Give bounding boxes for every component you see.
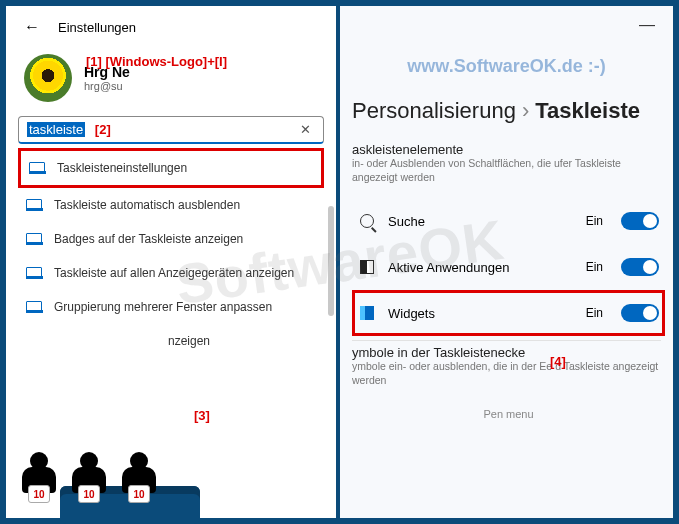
annotation-4: [4] (550, 354, 566, 369)
section-title: ymbole in der Taskleistenecke (352, 345, 661, 360)
annotation-2: [2] (95, 122, 111, 137)
breadcrumb-parent[interactable]: Personalisierung (352, 98, 516, 123)
search-icon (358, 212, 376, 230)
toggle-label: Suche (388, 214, 574, 229)
toggle-switch[interactable] (621, 304, 659, 322)
toggle-state: Ein (586, 260, 603, 274)
section-corner-icons: ymbole in der Taskleistenecke ymbole ein… (340, 345, 673, 393)
section-desc: in- oder Ausblenden von Schaltflächen, d… (352, 157, 661, 184)
result-label: Gruppierung mehrerer Fenster anpassen (54, 300, 272, 314)
watermark-url: www.SoftwareOK.de :-) (407, 56, 605, 77)
result-badges[interactable]: Badges auf der Taskleiste anzeigen (18, 222, 324, 256)
scrollbar[interactable] (328, 206, 334, 316)
breadcrumb-current: Taskleiste (535, 98, 640, 123)
apps-icon (358, 258, 376, 276)
clear-icon[interactable]: ✕ (296, 122, 315, 137)
annotation-3: [3] (194, 408, 210, 423)
profile-email: hrg@su (84, 80, 130, 92)
back-arrow-icon[interactable]: ← (24, 18, 40, 36)
toggle-switch[interactable] (621, 258, 659, 276)
toggle-label: Widgets (388, 306, 574, 321)
search-results: Taskleisteneinstellungen [3] Taskleiste … (6, 148, 336, 358)
settings-main: — www.SoftwareOK.de :-) Personalisierung… (340, 6, 673, 518)
taskbar-icon (26, 301, 42, 313)
toggle-row-pen: Pen menu (352, 402, 665, 420)
annotation-1: [1] [Windows-Logo]+[I] (86, 54, 227, 69)
minimize-icon[interactable]: — (639, 16, 655, 34)
toggle-state: Ein (586, 214, 603, 228)
result-label: nzeigen (168, 334, 210, 348)
result-auto-hide[interactable]: Taskleiste automatisch ausblenden (18, 188, 324, 222)
result-label: Taskleiste automatisch ausblenden (54, 198, 240, 212)
section-title: askleistenelemente (352, 142, 661, 157)
search-input[interactable]: taskleiste [2] ✕ (18, 116, 324, 144)
taskbar-icon (26, 199, 42, 211)
toggle-label: Pen menu (358, 408, 659, 420)
toggle-switch[interactable] (621, 212, 659, 230)
taskbar-icon (26, 233, 42, 245)
result-taskleisteneinstellungen[interactable]: Taskleisteneinstellungen (18, 148, 324, 188)
settings-sidebar: ← Einstellungen [1] [Windows-Logo]+[I] H… (6, 6, 336, 518)
result-label: Badges auf der Taskleiste anzeigen (54, 232, 243, 246)
result-partial[interactable]: nzeigen (18, 324, 324, 358)
toggle-state: Ein (586, 306, 603, 320)
toggle-row-widgets: Widgets Ein (352, 290, 665, 336)
result-all-displays[interactable]: Taskleiste auf allen Anzeigegeräten anze… (18, 256, 324, 290)
breadcrumb: Personalisierung›Taskleiste (340, 20, 673, 142)
mascot-figures: 10 10 10 (14, 452, 164, 522)
avatar (24, 54, 72, 102)
result-label: Taskleisteneinstellungen (57, 161, 187, 175)
taskbar-icon (29, 162, 45, 174)
widgets-icon (358, 304, 376, 322)
toggle-row-search: Suche Ein (352, 198, 665, 244)
settings-title: Einstellungen (58, 20, 136, 35)
toggle-label: Aktive Anwendungen (388, 260, 574, 275)
result-grouping[interactable]: Gruppierung mehrerer Fenster anpassen (18, 290, 324, 324)
result-label: Taskleiste auf allen Anzeigegeräten anze… (54, 266, 294, 280)
toggle-row-apps: Aktive Anwendungen Ein (352, 244, 665, 290)
taskbar-icon (26, 267, 42, 279)
divider (352, 340, 661, 341)
section-desc: ymbole ein- oder ausblenden, die in der … (352, 360, 661, 387)
section-taskbar-items: askleistenelemente in- oder Ausblenden v… (340, 142, 673, 190)
